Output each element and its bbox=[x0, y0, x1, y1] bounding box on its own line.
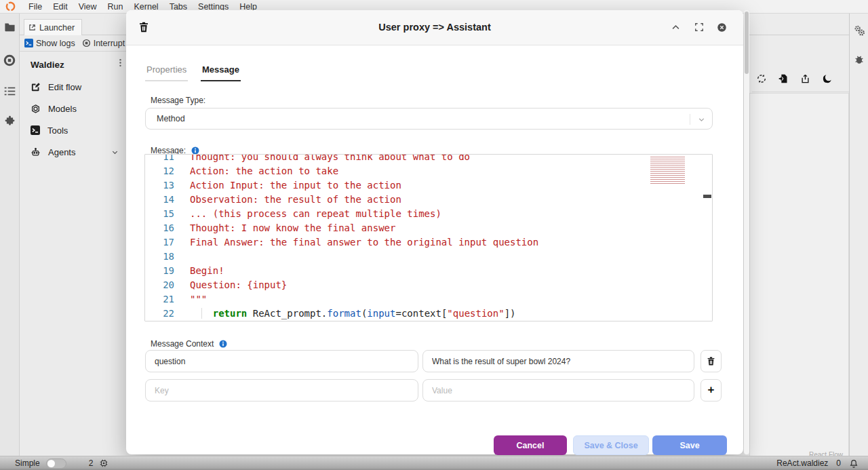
file-browser-icon[interactable] bbox=[4, 22, 16, 32]
code-editor[interactable]: 11Thought: you should always think about… bbox=[144, 154, 713, 321]
panel-toolbar: Show logs Interrupt k bbox=[20, 35, 126, 52]
tab-message[interactable]: Message bbox=[201, 64, 241, 81]
panel-menu-kebab-icon[interactable] bbox=[116, 58, 125, 67]
flow-canvas-background: React Flow bbox=[749, 14, 868, 456]
code-text: Final Answer: the final answer to the or… bbox=[174, 235, 538, 250]
sync-icon[interactable] bbox=[756, 73, 767, 84]
table-of-contents-icon[interactable] bbox=[4, 86, 16, 96]
menu-view[interactable]: View bbox=[73, 2, 102, 12]
extensions-icon[interactable] bbox=[4, 115, 16, 127]
tab-launcher[interactable]: Launcher bbox=[24, 19, 82, 35]
line-number: 15 bbox=[145, 207, 174, 221]
code-text: Observation: the result of the action bbox=[174, 193, 401, 207]
sidebar-item-agents[interactable]: Agents bbox=[31, 145, 124, 159]
line-number: 19 bbox=[145, 264, 174, 278]
chevron-down-icon[interactable] bbox=[111, 149, 119, 156]
line-number: 17 bbox=[145, 235, 174, 250]
simple-mode-toggle[interactable] bbox=[46, 458, 66, 469]
modal-scrollbar-thumb[interactable] bbox=[745, 12, 749, 74]
sidebar-item-label: Models bbox=[48, 104, 77, 114]
collapse-chevron-up-icon[interactable] bbox=[671, 22, 681, 33]
launcher-tab-label: Launcher bbox=[39, 23, 75, 33]
save-and-close-button[interactable]: Save & Close bbox=[573, 435, 649, 455]
menu-run[interactable]: Run bbox=[102, 2, 129, 12]
show-logs-button[interactable]: Show logs bbox=[24, 39, 75, 48]
code-text: Action Input: the input to the action bbox=[174, 178, 401, 193]
active-filename[interactable]: ReAct.waldiez bbox=[776, 458, 828, 468]
line-number: 20 bbox=[145, 278, 174, 292]
context-delete-button[interactable] bbox=[701, 350, 722, 372]
context-add-button[interactable]: + bbox=[701, 379, 722, 402]
info-icon[interactable] bbox=[219, 340, 227, 348]
sidebar-item-label: Tools bbox=[47, 125, 68, 136]
menu-file[interactable]: File bbox=[23, 2, 47, 12]
app-logo-icon bbox=[5, 1, 16, 12]
launcher-icon bbox=[28, 24, 36, 31]
new-key-input[interactable] bbox=[145, 379, 418, 402]
fullscreen-expand-icon[interactable] bbox=[694, 22, 704, 32]
editor-scrollbar-thumb[interactable] bbox=[703, 195, 711, 198]
kernel-count: 2 bbox=[89, 458, 94, 468]
sidebar-item-tools[interactable]: Tools bbox=[31, 123, 124, 137]
export-icon[interactable] bbox=[800, 73, 810, 84]
activity-bar bbox=[0, 14, 20, 456]
cpu-chip-icon[interactable] bbox=[99, 458, 108, 468]
debugger-bug-icon[interactable] bbox=[854, 54, 865, 65]
code-line: 22 return ReAct_prompt.format(input=cont… bbox=[145, 307, 712, 321]
import-icon[interactable] bbox=[778, 73, 789, 84]
code-line: 16Thought: I now know the final answer bbox=[145, 221, 712, 235]
code-line: 18 bbox=[145, 250, 712, 264]
simple-mode-label: Simple bbox=[15, 458, 40, 468]
context-key-input[interactable] bbox=[145, 350, 418, 372]
show-logs-label: Show logs bbox=[36, 39, 75, 48]
save-button[interactable]: Save bbox=[652, 435, 727, 455]
message-context-label: Message Context bbox=[151, 339, 214, 349]
select-separator bbox=[690, 114, 690, 125]
dark-mode-moon-icon[interactable] bbox=[822, 73, 833, 84]
running-sessions-icon[interactable] bbox=[3, 54, 16, 66]
sidebar-item-label: Edit flow bbox=[48, 82, 81, 92]
cancel-button[interactable]: Cancel bbox=[494, 435, 567, 455]
code-text: Question: {input} bbox=[174, 278, 287, 292]
property-inspector-gears-icon[interactable] bbox=[853, 24, 865, 37]
close-icon[interactable] bbox=[717, 22, 727, 33]
context-value-input[interactable] bbox=[422, 350, 694, 372]
sidebar-item-models[interactable]: Models bbox=[31, 102, 124, 115]
show-logs-terminal-icon bbox=[24, 39, 33, 47]
modal-scrollbar[interactable] bbox=[744, 10, 749, 454]
line-number: 18 bbox=[145, 250, 174, 264]
line-number: 12 bbox=[145, 164, 174, 178]
interrupt-kernel-button[interactable]: Interrupt k bbox=[82, 39, 132, 48]
bell-icon[interactable] bbox=[849, 458, 859, 469]
code-line: 21""" bbox=[145, 292, 712, 307]
modal-header: User proxy => Assistant bbox=[126, 10, 743, 45]
code-text: Thought: I now know the final answer bbox=[174, 221, 395, 235]
message-type-select[interactable]: Method bbox=[145, 108, 713, 130]
divider bbox=[749, 35, 849, 35]
left-side-panel: Launcher Show logs Interrupt k Waldiez E… bbox=[20, 14, 126, 456]
tab-properties[interactable]: Properties bbox=[145, 64, 188, 81]
message-type-label: Message Type: bbox=[151, 96, 205, 105]
code-text: Action: the action to take bbox=[174, 164, 338, 178]
interrupt-kernel-icon bbox=[82, 39, 91, 47]
line-number: 21 bbox=[145, 292, 174, 307]
editor-minimap[interactable] bbox=[650, 157, 695, 185]
robot-icon bbox=[31, 147, 41, 157]
status-bar: Simple 2 ReAct.waldiez 0 bbox=[0, 456, 868, 470]
dock-tab-bar: Launcher bbox=[20, 19, 126, 35]
plus-icon: + bbox=[708, 384, 715, 395]
modal-user-proxy-assistant: User proxy => Assistant Properties Messa… bbox=[126, 10, 743, 454]
right-activity-strip bbox=[850, 14, 868, 456]
react-flow-canvas[interactable]: React Flow bbox=[749, 93, 849, 465]
code-line: 13Action Input: the input to the action bbox=[145, 178, 712, 193]
code-line: 14Observation: the result of the action bbox=[145, 193, 712, 207]
sidebar-item-edit-flow[interactable]: Edit flow bbox=[31, 80, 124, 94]
code-line: 15... (this process can repeat multiple … bbox=[145, 207, 712, 221]
sidebar-item-label: Agents bbox=[48, 147, 75, 157]
code-text: ... (this process can repeat multiple ti… bbox=[174, 207, 441, 221]
terminal-icon bbox=[31, 125, 40, 135]
new-value-input[interactable] bbox=[422, 379, 694, 402]
code-text: Begin! bbox=[174, 264, 224, 278]
menu-edit[interactable]: Edit bbox=[47, 2, 73, 12]
line-number: 11 bbox=[145, 154, 174, 164]
